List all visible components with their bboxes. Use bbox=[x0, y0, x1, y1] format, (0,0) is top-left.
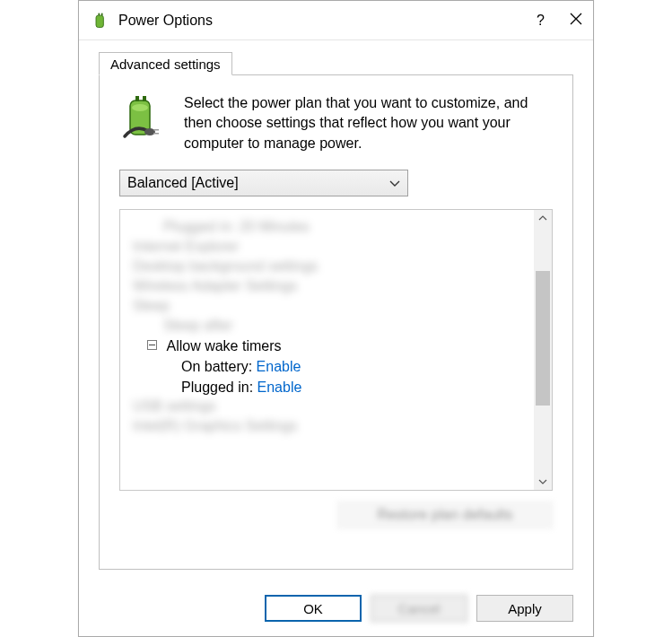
tab-strip: Advanced settings bbox=[99, 49, 573, 74]
cancel-button[interactable]: Cancel bbox=[371, 595, 467, 622]
title-bar: Power Options ? bbox=[79, 1, 593, 40]
svg-point-6 bbox=[132, 104, 148, 111]
power-plan-dropdown[interactable]: Balanced [Active] bbox=[119, 170, 408, 196]
power-options-dialog: Power Options ? Advanced settings bbox=[78, 0, 594, 637]
tree-scrollbar[interactable] bbox=[534, 210, 552, 490]
power-icon bbox=[92, 12, 109, 30]
tree-node-blurred: Sleep after bbox=[127, 316, 552, 336]
ok-button[interactable]: OK bbox=[265, 595, 362, 622]
scroll-up-icon[interactable] bbox=[534, 210, 552, 226]
dialog-buttons: OK Cancel Apply bbox=[79, 584, 593, 636]
svg-rect-2 bbox=[101, 13, 103, 14]
tree-node-blurred: Intel(R) Graphics Settings bbox=[127, 416, 552, 436]
svg-rect-4 bbox=[135, 96, 139, 101]
collapse-icon[interactable] bbox=[147, 340, 157, 350]
tree-leaf-on-battery[interactable]: On battery: Enable bbox=[127, 356, 552, 377]
apply-button[interactable]: Apply bbox=[476, 595, 573, 622]
tree-node-blurred: Sleep bbox=[127, 296, 552, 316]
chevron-down-icon bbox=[389, 175, 400, 191]
power-plan-selected: Balanced [Active] bbox=[127, 175, 239, 191]
close-button[interactable] bbox=[570, 11, 582, 30]
intro-text: Select the power plan that you want to c… bbox=[184, 93, 553, 153]
tree-node-blurred: Desktop background settings bbox=[127, 257, 552, 276]
tree-leaf-value: Enable bbox=[257, 359, 301, 374]
tree-node-blurred: USB settings bbox=[127, 397, 552, 416]
svg-rect-9 bbox=[153, 133, 159, 135]
tab-advanced-settings[interactable]: Advanced settings bbox=[99, 52, 232, 75]
svg-rect-0 bbox=[96, 15, 103, 27]
tree-node-allow-wake-timers[interactable]: Allow wake timers bbox=[127, 336, 552, 356]
tree-node-blurred: Internet Explorer bbox=[127, 237, 552, 257]
battery-plug-icon bbox=[119, 95, 168, 144]
dialog-title: Power Options bbox=[118, 13, 537, 29]
svg-rect-5 bbox=[143, 96, 146, 101]
help-button[interactable]: ? bbox=[537, 13, 545, 29]
scroll-thumb[interactable] bbox=[536, 271, 550, 406]
tree-node-label: Allow wake timers bbox=[166, 338, 281, 353]
svg-rect-1 bbox=[99, 13, 100, 14]
tree-leaf-plugged-in[interactable]: Plugged in: Enable bbox=[127, 377, 552, 397]
settings-tree[interactable]: Plugged in: 20 MinutesInternet ExplorerD… bbox=[119, 209, 553, 491]
tree-node-blurred: Plugged in: 20 Minutes bbox=[127, 217, 552, 237]
svg-rect-8 bbox=[153, 129, 159, 131]
intro-row: Select the power plan that you want to c… bbox=[119, 93, 553, 153]
scroll-down-icon[interactable] bbox=[534, 474, 552, 490]
restore-plan-defaults-button[interactable]: Restore plan defaults bbox=[337, 502, 553, 528]
tree-leaf-value: Enable bbox=[257, 379, 302, 394]
tree-node-blurred: Wireless Adapter Settings bbox=[127, 276, 552, 296]
tab-panel: Select the power plan that you want to c… bbox=[99, 74, 573, 570]
